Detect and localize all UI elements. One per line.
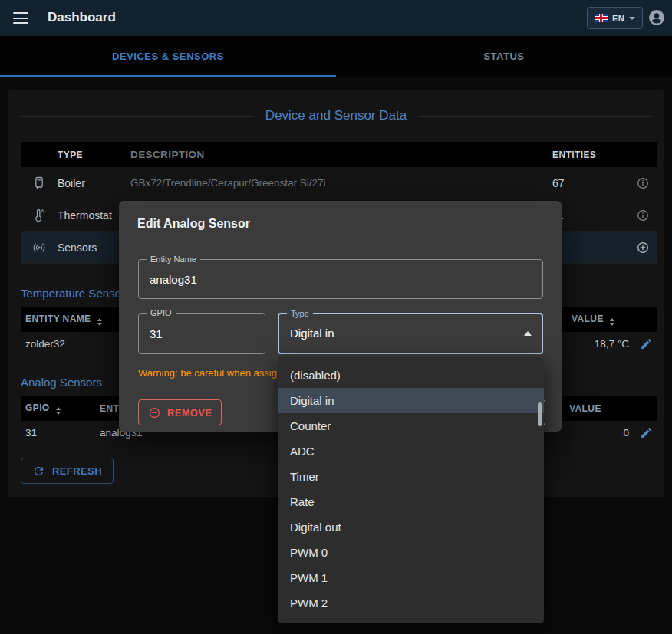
add-circle-icon[interactable] bbox=[636, 241, 650, 255]
table-row-boiler[interactable]: Boiler GBx72/Trendline/Cerapur/Greenstar… bbox=[21, 167, 657, 199]
dialog-title: Edit Analog Sensor bbox=[137, 217, 250, 231]
gpio-warning-text: Warning: be careful when assig bbox=[138, 367, 277, 379]
uk-flag-icon bbox=[595, 14, 608, 22]
menu-item-rate[interactable]: Rate bbox=[278, 489, 544, 514]
chevron-down-icon bbox=[629, 17, 635, 20]
refresh-button[interactable]: REFRESH bbox=[21, 458, 114, 484]
boiler-icon bbox=[31, 176, 47, 191]
edit-icon[interactable] bbox=[640, 426, 653, 439]
refresh-label: REFRESH bbox=[52, 465, 102, 477]
col-type: TYPE bbox=[58, 149, 130, 160]
type-select[interactable]: Type Digital in bbox=[278, 313, 543, 354]
menu-item-pwm0[interactable]: PWM 0 bbox=[278, 540, 544, 565]
menu-scrollbar-thumb[interactable] bbox=[538, 402, 542, 426]
appbar: Dashboard EN bbox=[0, 0, 672, 36]
menu-item-disabled[interactable]: (disabled) bbox=[278, 363, 544, 388]
refresh-icon bbox=[32, 465, 45, 478]
page-title: Dashboard bbox=[48, 10, 116, 25]
gpio-input[interactable] bbox=[139, 314, 265, 353]
gpio-field: GPIO bbox=[138, 313, 265, 354]
menu-item-adc[interactable]: ADC bbox=[278, 439, 544, 464]
active-tab-indicator bbox=[0, 75, 336, 77]
col-gpio-sortable[interactable]: GPIO bbox=[21, 402, 100, 415]
remove-label: REMOVE bbox=[167, 407, 212, 419]
info-icon[interactable] bbox=[636, 209, 650, 222]
sort-icon bbox=[610, 318, 614, 326]
device-type: Boiler bbox=[58, 177, 130, 189]
svg-text:A: A bbox=[41, 209, 44, 215]
device-entities: 67 bbox=[529, 177, 629, 189]
divider bbox=[419, 116, 651, 117]
account-button[interactable] bbox=[647, 8, 666, 27]
remove-button[interactable]: REMOVE bbox=[138, 399, 222, 425]
menu-item-pwm1[interactable]: PWM 1 bbox=[278, 565, 544, 590]
entity-name-field: Entity Name bbox=[138, 259, 543, 299]
sort-icon bbox=[56, 407, 61, 415]
menu-icon[interactable] bbox=[13, 12, 28, 24]
account-icon bbox=[647, 8, 666, 27]
panel-title: Device and Sensor Data bbox=[265, 108, 407, 123]
tab-bar: DEVICES & SENSORS STATUS bbox=[0, 36, 672, 77]
thermostat-icon: A bbox=[31, 208, 47, 223]
sort-icon bbox=[97, 318, 102, 326]
app-root: Dashboard EN DEVICES & SENSORS STATUS De… bbox=[0, 0, 672, 634]
edit-icon[interactable] bbox=[640, 337, 653, 350]
menu-item-timer[interactable]: Timer bbox=[278, 464, 544, 489]
entity-name-input[interactable] bbox=[139, 260, 542, 298]
device-table-header: TYPE DESCRIPTION ENTITIES bbox=[21, 142, 657, 167]
remove-circle-icon bbox=[148, 406, 161, 419]
sensor-gpio: 31 bbox=[21, 427, 100, 439]
type-dropdown-menu: (disabled) Digital in Counter ADC Timer … bbox=[278, 357, 544, 623]
menu-item-counter[interactable]: Counter bbox=[278, 413, 544, 439]
tab-status[interactable]: STATUS bbox=[336, 36, 672, 77]
sensors-icon bbox=[31, 240, 47, 255]
menu-item-digital-in[interactable]: Digital in bbox=[278, 388, 544, 413]
info-icon[interactable] bbox=[636, 176, 650, 190]
chevron-up-icon bbox=[524, 331, 532, 336]
device-description: GBx72/Trendline/Cerapur/Greenstar Si/27i bbox=[130, 177, 529, 189]
type-selected-value: Digital in bbox=[290, 314, 334, 353]
language-selector[interactable]: EN bbox=[587, 7, 643, 29]
analog-sensors-title: Analog Sensors bbox=[21, 376, 102, 389]
menu-item-pwm2[interactable]: PWM 2 bbox=[278, 590, 544, 616]
col-description: DESCRIPTION bbox=[130, 149, 529, 160]
section-header: Device and Sensor Data bbox=[21, 108, 651, 123]
divider bbox=[21, 116, 253, 117]
col-entities: ENTITIES bbox=[529, 149, 629, 160]
language-label: EN bbox=[612, 14, 624, 23]
tab-devices-sensors[interactable]: DEVICES & SENSORS bbox=[0, 36, 336, 77]
menu-item-digital-out[interactable]: Digital out bbox=[278, 514, 544, 540]
temperature-sensors-title: Temperature Sensors bbox=[21, 287, 130, 300]
